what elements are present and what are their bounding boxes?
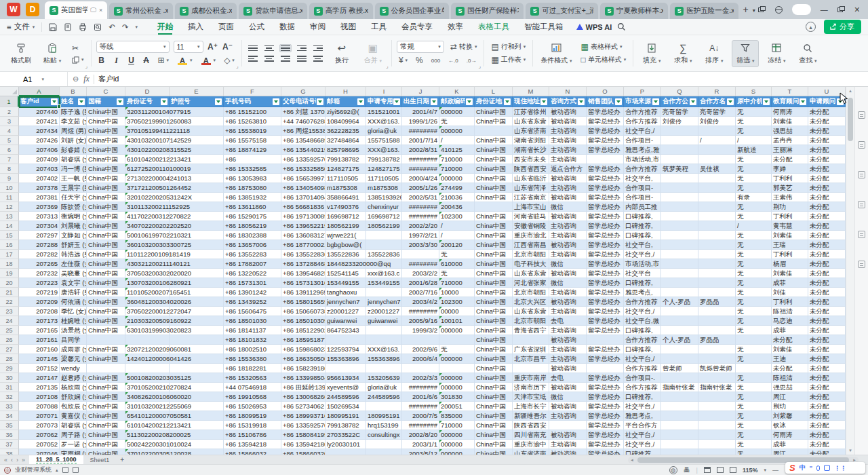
cell-J13[interactable]: ######## [402, 212, 439, 221]
cell-J29[interactable] [402, 364, 439, 373]
cell-T37[interactable]: 成菲 [772, 440, 808, 449]
cell-U19[interactable]: 未分配 [808, 269, 846, 278]
cell-H32[interactable]: 244589596 [326, 392, 366, 402]
cell-K33[interactable]: 200051 [439, 402, 475, 411]
input-tools-icon[interactable]: ⋮⋮ [834, 465, 846, 472]
filter-dropdown-icon[interactable] [763, 98, 770, 105]
row-number[interactable]: 6 [0, 145, 19, 155]
cell-C28[interactable]: China中国 [87, 354, 125, 364]
cell-N29[interactable]: 被动咨询 [549, 364, 587, 373]
cell-M21[interactable]: 北京市朝阳 [513, 288, 549, 297]
cell-N10[interactable]: 主动咨询 [549, 183, 587, 193]
menu-item-公式[interactable]: 公式 [241, 20, 272, 34]
cell-B3[interactable]: 李文茹 (女 [60, 117, 87, 126]
cell-A6[interactable]: 207406 [19, 145, 60, 155]
cell-J23[interactable]: ######## [402, 307, 439, 316]
cell-S12[interactable]: 无 [736, 202, 772, 212]
row-number[interactable]: 2 [0, 107, 19, 117]
cell-L35[interactable]: China中国 [475, 421, 513, 430]
cell-J10[interactable]: 2005/1/26 [402, 183, 439, 193]
cell-H28[interactable]: 155363896 [326, 354, 366, 364]
cell-D34[interactable]: 654101200007050581 [125, 411, 170, 421]
cell-B12[interactable]: 陈歆赟 (女 [60, 202, 87, 212]
cell-I4[interactable]: gloria@uk [366, 126, 402, 136]
cell-I9[interactable]: 117110505 [366, 174, 402, 183]
cell-Q3[interactable]: 刘俊伶 [661, 117, 698, 126]
fill-button[interactable]: 填充 ▾ [638, 41, 665, 66]
cell-S36[interactable]: 无 [736, 430, 772, 440]
undo-icon[interactable]: ↶ [108, 22, 115, 32]
status-tool-icon[interactable] [73, 467, 79, 473]
row-number[interactable]: 4 [0, 126, 19, 136]
cell-A10[interactable]: 207378 [19, 183, 60, 193]
column-letter-A[interactable]: A [19, 87, 60, 96]
cell-M25[interactable]: 青海省西宁 [513, 326, 549, 335]
column-letter-D[interactable]: D [125, 87, 170, 96]
cell-O18[interactable]: 留学总经办 [587, 259, 624, 269]
cell-D3[interactable]: 370502199901260083 [125, 117, 170, 126]
cell-Q12[interactable] [661, 202, 698, 212]
align-left-button[interactable] [247, 54, 259, 63]
cell-Q16[interactable] [661, 240, 698, 250]
cell-D5[interactable]: 430103200107142529 [125, 136, 170, 145]
font-grow-button[interactable]: A⁺ [208, 42, 218, 52]
file-menu[interactable]: ≡ 文件 ▾ [0, 22, 41, 32]
cell-T36[interactable]: 何雨涛 [772, 430, 808, 440]
cell-T29[interactable]: 未分配 [772, 364, 808, 373]
cell-R18[interactable] [698, 259, 736, 269]
cell-C30[interactable]: China中国 [87, 373, 125, 383]
cell-S33[interactable]: 无 [736, 402, 772, 411]
cell-A24[interactable]: 207173 [19, 316, 60, 326]
add-sheet-button[interactable]: + [116, 456, 128, 463]
cell-B4[interactable]: 周煜 (男) [60, 126, 87, 136]
row-number[interactable]: 37 [0, 440, 19, 449]
cell-M9[interactable]: 山东省临沂 [513, 174, 549, 183]
close-tab-icon[interactable]: × [99, 7, 102, 14]
cell-L21[interactable]: China中国 [475, 288, 513, 297]
cell-D32[interactable]: 340826200106060020 [125, 392, 170, 402]
cell-T31[interactable]: 强思喆 [772, 383, 808, 392]
cell-J15[interactable]: 1997/2/21 [402, 231, 439, 240]
column-letter-L[interactable]: L [475, 87, 513, 96]
cell-I23[interactable]: z20001227 [366, 307, 402, 316]
cell-B29[interactable]: wendy [60, 364, 87, 373]
cell-G33[interactable]: +86 52734062 [281, 402, 326, 411]
cell-P16[interactable]: 社交平台, [624, 240, 661, 250]
cell-Q38[interactable] [661, 449, 698, 455]
cell-Q18[interactable] [661, 259, 698, 269]
document-tab[interactable]: S成都公积金.xlsx [175, 3, 237, 19]
row-number[interactable]: 24 [0, 316, 19, 326]
cell-H29[interactable] [326, 364, 366, 373]
sogou-logo-icon[interactable]: S [789, 463, 795, 473]
cell-S17[interactable]: 无 [736, 250, 772, 259]
cell-I8[interactable]: 124827175 [366, 164, 402, 174]
cell-M4[interactable]: 山东省济南 [513, 126, 549, 136]
cell-F2[interactable]: +86 15152100 [224, 107, 281, 117]
cell-R31[interactable]: 指南针张老 [698, 383, 736, 392]
cell-L5[interactable]: China中国 [475, 136, 513, 145]
cell-T28[interactable]: 王迪 [772, 354, 808, 364]
cell-K15[interactable]: / [439, 231, 475, 240]
cell-T30[interactable]: 陈祖清 [772, 373, 808, 383]
cell-A17[interactable]: 207282 [19, 250, 60, 259]
cell-T26[interactable]: 未分配 [772, 335, 808, 345]
cell-I7[interactable]: 799138782 [366, 155, 402, 164]
document-tab[interactable]: S贷款申请信息.xlsx [239, 3, 307, 19]
cell-N2[interactable]: 被动咨询 [549, 107, 587, 117]
row-number[interactable]: 28 [0, 354, 19, 364]
cell-H18[interactable]: 18448233200000@qq [326, 259, 366, 269]
cell-M11[interactable]: 江苏省南京 [513, 193, 549, 202]
cell-O24[interactable]: 留学总经办 [587, 316, 624, 326]
column-letter-U[interactable]: U [808, 87, 846, 96]
cell-D23[interactable]: 370502200012272047 [125, 307, 170, 316]
cell-D18[interactable]: 430321200211140121 [125, 259, 170, 269]
cell-D11[interactable]: 32010220020531242X [125, 193, 170, 202]
cell-L25[interactable]: China中国 [475, 326, 513, 335]
cell-M30[interactable]: 重庆市南岸 [513, 373, 549, 383]
cell-M31[interactable]: 济南市历下 [513, 383, 549, 392]
row-number[interactable]: 18 [0, 259, 19, 269]
cell-U25[interactable]: 未分配 [808, 326, 846, 335]
cell-N17[interactable]: 主动咨询 [549, 250, 587, 259]
cell-L23[interactable]: China中国 [475, 307, 513, 316]
cell-G25[interactable]: +86 1851229020 [281, 326, 326, 335]
